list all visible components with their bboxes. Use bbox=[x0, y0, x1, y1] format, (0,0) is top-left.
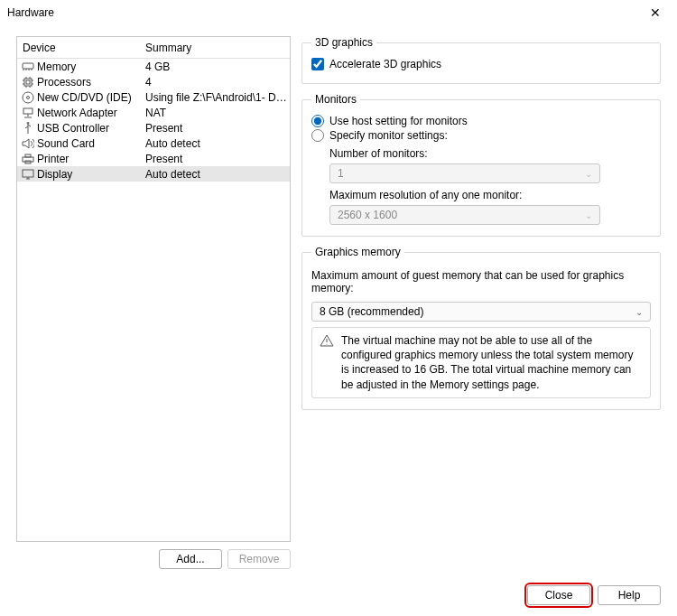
device-row-printer[interactable]: Printer Present bbox=[17, 151, 290, 166]
window-title: Hardware bbox=[7, 6, 54, 19]
column-summary[interactable]: Summary bbox=[142, 42, 290, 54]
radio-specify-row[interactable]: Specify monitor settings: bbox=[311, 129, 651, 142]
help-button[interactable]: Help bbox=[598, 585, 661, 605]
svg-rect-0 bbox=[23, 63, 33, 69]
memory-icon bbox=[21, 61, 35, 73]
cpu-icon bbox=[21, 76, 35, 89]
accelerate-3d-label: Accelerate 3D graphics bbox=[329, 58, 441, 70]
chevron-down-icon: ⌄ bbox=[585, 169, 592, 179]
close-icon[interactable]: ✕ bbox=[641, 0, 670, 25]
device-summary: 4 bbox=[142, 76, 290, 89]
warning-text: The virtual machine may not be able to u… bbox=[341, 333, 643, 392]
num-monitors-select: 1 ⌄ bbox=[329, 163, 600, 183]
device-summary: Auto detect bbox=[142, 137, 290, 150]
num-monitors-label: Number of monitors: bbox=[329, 147, 651, 160]
max-res-select: 2560 x 1600 ⌄ bbox=[329, 205, 600, 225]
svg-rect-10 bbox=[23, 170, 33, 177]
group-3d-graphics: 3D graphics Accelerate 3D graphics bbox=[301, 36, 661, 84]
radio-host-row[interactable]: Use host setting for monitors bbox=[311, 115, 651, 127]
radio-specify-label: Specify monitor settings: bbox=[329, 129, 448, 142]
graphics-memory-value: 8 GB (recommended) bbox=[320, 305, 423, 318]
device-summary: 4 GB bbox=[142, 61, 290, 73]
device-summary: Using file Z:\F\Android\1- De... bbox=[142, 91, 290, 104]
svg-rect-2 bbox=[26, 80, 30, 84]
add-button[interactable]: Add... bbox=[159, 549, 222, 569]
svg-rect-8 bbox=[25, 154, 31, 157]
device-row-usb[interactable]: USB Controller Present bbox=[17, 120, 290, 135]
warning-icon bbox=[320, 333, 334, 348]
device-label: Display bbox=[35, 168, 142, 181]
device-label: Sound Card bbox=[35, 137, 142, 150]
device-summary: Auto detect bbox=[142, 168, 290, 181]
chevron-down-icon: ⌄ bbox=[585, 210, 592, 220]
svg-point-3 bbox=[23, 92, 33, 103]
group-monitors: Monitors Use host setting for monitors S… bbox=[301, 93, 661, 237]
usb-icon bbox=[21, 122, 35, 135]
column-device[interactable]: Device bbox=[17, 42, 142, 54]
accelerate-3d-row[interactable]: Accelerate 3D graphics bbox=[311, 58, 651, 70]
svg-point-4 bbox=[27, 96, 30, 98]
device-row-display[interactable]: Display Auto detect bbox=[17, 166, 290, 182]
radio-use-host[interactable] bbox=[311, 115, 324, 127]
device-row-network[interactable]: Network Adapter NAT bbox=[17, 105, 290, 120]
group-legend: Monitors bbox=[311, 93, 360, 106]
device-row-processors[interactable]: Processors 4 bbox=[17, 74, 290, 89]
titlebar: Hardware ✕ bbox=[0, 0, 677, 25]
chevron-down-icon: ⌄ bbox=[635, 307, 643, 317]
max-res-label: Maximum resolution of any one monitor: bbox=[329, 189, 651, 201]
device-label: Processors bbox=[35, 76, 142, 89]
device-label: Memory bbox=[35, 61, 142, 73]
device-label: New CD/DVD (IDE) bbox=[35, 91, 142, 104]
radio-specify[interactable] bbox=[311, 129, 324, 142]
graphics-memory-desc: Maximum amount of guest memory that can … bbox=[311, 269, 651, 294]
close-button[interactable]: Close bbox=[527, 585, 590, 605]
network-icon bbox=[21, 107, 35, 119]
svg-rect-5 bbox=[23, 108, 32, 114]
device-row-sound[interactable]: Sound Card Auto detect bbox=[17, 135, 290, 151]
list-header: Device Summary bbox=[17, 37, 290, 59]
group-graphics-memory: Graphics memory Maximum amount of guest … bbox=[301, 246, 661, 410]
num-monitors-value: 1 bbox=[338, 167, 344, 180]
device-label: Network Adapter bbox=[35, 107, 142, 119]
device-list[interactable]: Device Summary Memory 4 GB Processors 4 bbox=[16, 36, 291, 542]
max-res-value: 2560 x 1600 bbox=[338, 209, 397, 221]
device-summary: NAT bbox=[142, 107, 290, 119]
disc-icon bbox=[21, 91, 35, 104]
group-legend: Graphics memory bbox=[311, 246, 404, 258]
warning-box: The virtual machine may not be able to u… bbox=[311, 327, 651, 398]
device-row-cddvd[interactable]: New CD/DVD (IDE) Using file Z:\F\Android… bbox=[17, 89, 290, 105]
device-label: USB Controller bbox=[35, 122, 142, 135]
group-legend: 3D graphics bbox=[311, 36, 376, 49]
accelerate-3d-checkbox[interactable] bbox=[311, 58, 324, 70]
graphics-memory-select[interactable]: 8 GB (recommended) ⌄ bbox=[311, 302, 651, 322]
device-summary: Present bbox=[142, 153, 290, 165]
display-icon bbox=[21, 168, 35, 181]
radio-use-host-label: Use host setting for monitors bbox=[329, 115, 468, 127]
remove-button: Remove bbox=[227, 549, 291, 569]
device-summary: Present bbox=[142, 122, 290, 135]
device-label: Printer bbox=[35, 153, 142, 165]
svg-rect-1 bbox=[24, 79, 32, 86]
printer-icon bbox=[21, 153, 35, 165]
device-row-memory[interactable]: Memory 4 GB bbox=[17, 59, 290, 74]
sound-icon bbox=[21, 137, 35, 150]
